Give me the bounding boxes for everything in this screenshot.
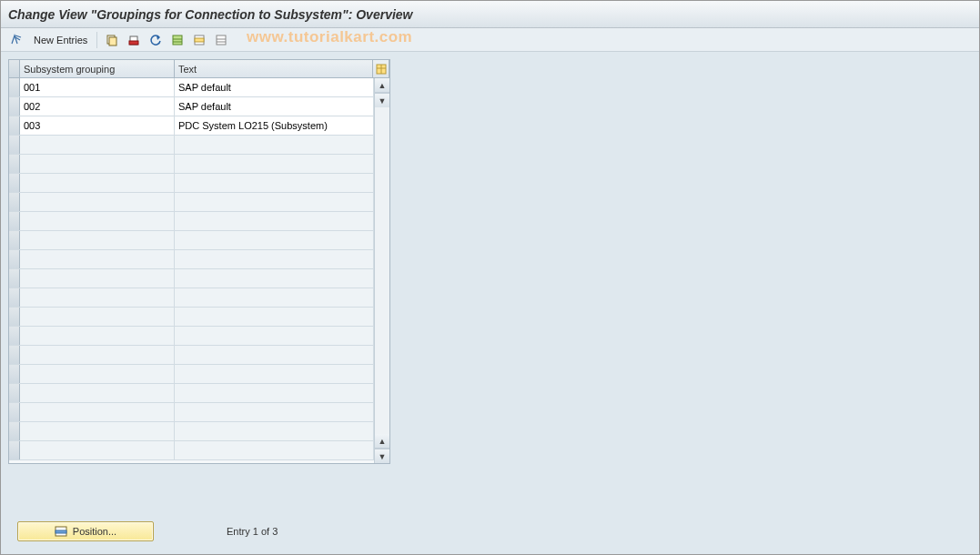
cell-grouping[interactable] [20, 136, 175, 154]
cell-grouping[interactable] [20, 231, 175, 249]
row-selector[interactable] [9, 193, 20, 211]
table-row[interactable] [9, 250, 374, 269]
cell-grouping[interactable] [20, 441, 175, 459]
row-selector[interactable] [9, 174, 20, 192]
table-row[interactable] [9, 193, 374, 212]
cell-text[interactable] [175, 288, 374, 307]
scroll-down-icon[interactable]: ▼ [375, 449, 389, 463]
cell-text[interactable]: SAP default [175, 97, 374, 116]
deselect-all-icon[interactable] [213, 32, 229, 48]
cell-grouping[interactable] [20, 155, 175, 173]
cell-grouping[interactable]: 003 [20, 116, 175, 135]
table-row[interactable] [9, 308, 374, 327]
new-entries-button[interactable]: New Entries [30, 33, 91, 47]
cell-grouping[interactable] [20, 212, 175, 230]
cell-grouping[interactable] [20, 346, 175, 364]
cell-grouping[interactable] [20, 174, 175, 192]
row-selector[interactable] [9, 231, 20, 249]
scroll-up-icon[interactable]: ▲ [375, 434, 389, 449]
cell-grouping[interactable] [20, 250, 175, 268]
cell-grouping[interactable] [20, 193, 175, 211]
cell-text[interactable] [175, 327, 374, 345]
row-selector[interactable] [9, 212, 20, 230]
cell-grouping[interactable] [20, 422, 175, 440]
table-row[interactable] [9, 346, 374, 365]
position-icon [55, 525, 67, 538]
scroll-up-icon[interactable]: ▲ [375, 78, 389, 93]
cell-text[interactable] [175, 308, 374, 326]
table-row[interactable] [9, 174, 374, 193]
row-selector[interactable] [9, 269, 20, 288]
column-header-grouping[interactable]: Subsystem grouping [20, 60, 175, 77]
cell-text[interactable] [175, 155, 374, 173]
cell-text[interactable] [175, 269, 374, 288]
vertical-scrollbar[interactable]: ▲ ▼ ▲ ▼ [374, 78, 389, 463]
column-header-text[interactable]: Text [175, 60, 373, 77]
cell-text[interactable] [175, 422, 374, 440]
table-row[interactable] [9, 288, 374, 308]
scroll-down-icon[interactable]: ▼ [375, 93, 389, 107]
row-selector[interactable] [9, 441, 20, 459]
row-selector-header[interactable] [9, 60, 20, 77]
row-selector[interactable] [9, 327, 20, 345]
row-selector[interactable] [9, 422, 20, 440]
cell-text[interactable] [175, 136, 374, 154]
row-selector[interactable] [9, 136, 20, 154]
cell-grouping[interactable] [20, 308, 175, 326]
row-selector[interactable] [9, 116, 20, 135]
table-row[interactable]: 003PDC System LO215 (Subsystem) [9, 116, 374, 136]
cell-text[interactable]: SAP default [175, 78, 374, 96]
cell-text[interactable] [175, 250, 374, 268]
cell-text[interactable] [175, 403, 374, 421]
position-button[interactable]: Position... [17, 521, 154, 541]
cell-grouping[interactable] [20, 365, 175, 383]
row-selector[interactable] [9, 288, 20, 307]
cell-grouping[interactable] [20, 384, 175, 402]
table-row[interactable]: 002SAP default [9, 97, 374, 116]
cell-text[interactable] [175, 365, 374, 383]
table-row[interactable] [9, 136, 374, 155]
row-selector[interactable] [9, 365, 20, 383]
table-row[interactable] [9, 403, 374, 422]
table-row[interactable] [9, 269, 374, 288]
delete-icon[interactable] [126, 32, 142, 48]
table-settings-icon[interactable] [373, 60, 389, 77]
table-row[interactable] [9, 212, 374, 231]
table-row[interactable] [9, 441, 374, 460]
cell-text[interactable] [175, 384, 374, 402]
row-selector[interactable] [9, 384, 20, 402]
copy-icon[interactable] [104, 32, 120, 48]
cell-text[interactable] [175, 231, 374, 249]
cell-grouping[interactable] [20, 327, 175, 345]
cell-text[interactable] [175, 346, 374, 364]
cell-grouping[interactable] [20, 403, 175, 421]
cell-grouping[interactable]: 001 [20, 78, 175, 96]
cell-text[interactable] [175, 441, 374, 459]
cell-text[interactable]: PDC System LO215 (Subsystem) [175, 116, 374, 135]
select-block-icon[interactable] [191, 32, 207, 48]
cell-grouping[interactable]: 002 [20, 97, 175, 116]
cell-text[interactable] [175, 174, 374, 192]
row-selector[interactable] [9, 346, 20, 364]
table-row[interactable] [9, 422, 374, 441]
row-selector[interactable] [9, 308, 20, 326]
row-selector[interactable] [9, 97, 20, 116]
table-row[interactable] [9, 384, 374, 403]
row-selector[interactable] [9, 78, 20, 96]
row-selector[interactable] [9, 403, 20, 421]
table-row[interactable] [9, 231, 374, 250]
cell-text[interactable] [175, 212, 374, 230]
undo-icon[interactable] [147, 32, 164, 48]
footer-bar: Position... Entry 1 of 3 [1, 509, 979, 554]
row-selector[interactable] [9, 250, 20, 268]
toggle-icon[interactable] [8, 32, 25, 48]
table-row[interactable] [9, 327, 374, 346]
table-row[interactable] [9, 155, 374, 174]
select-all-icon[interactable] [169, 32, 186, 48]
table-row[interactable]: 001SAP default [9, 78, 374, 97]
table-row[interactable] [9, 365, 374, 384]
cell-grouping[interactable] [20, 269, 175, 288]
row-selector[interactable] [9, 155, 20, 173]
cell-text[interactable] [175, 193, 374, 211]
cell-grouping[interactable] [20, 288, 175, 307]
